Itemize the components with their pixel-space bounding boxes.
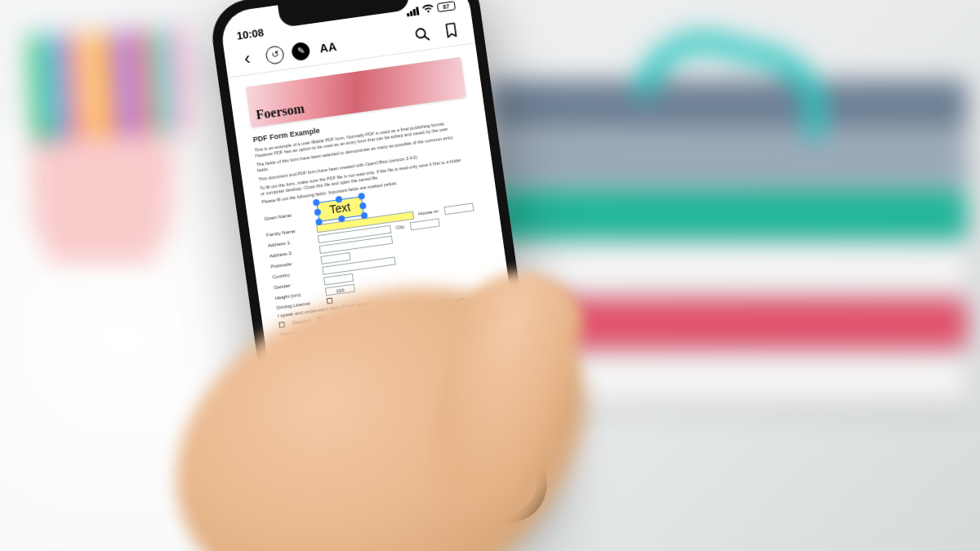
- markup-pen-button[interactable]: ✎: [291, 41, 311, 61]
- checkbox-english[interactable]: [318, 316, 325, 322]
- search-button[interactable]: [410, 22, 434, 46]
- checkbox-deutsch[interactable]: [278, 322, 285, 328]
- undo-button[interactable]: ↺: [265, 44, 285, 64]
- color-swatch-blue[interactable]: [356, 489, 376, 509]
- checkbox-esperanto[interactable]: [397, 305, 403, 312]
- selected-text-object[interactable]: Text: [316, 197, 363, 222]
- checkbox-latin[interactable]: [440, 299, 447, 305]
- pdf-document-view[interactable]: Foersom PDF Form Example This is an exam…: [228, 43, 533, 491]
- text-size-button[interactable]: AA: [316, 35, 340, 59]
- label-latin: Latin: [454, 296, 466, 304]
- back-button[interactable]: ‹: [235, 47, 259, 70]
- wifi-icon: [421, 2, 435, 16]
- resize-handle[interactable]: [360, 211, 368, 219]
- signature-annotation[interactable]: Marley Parły: [401, 372, 507, 415]
- color-swatch-red[interactable]: [443, 477, 464, 497]
- checkbox-driving[interactable]: [327, 298, 333, 304]
- color-swatch-black[interactable]: [327, 493, 347, 513]
- brand-title: Foersom: [255, 100, 305, 123]
- label-city: City:: [395, 224, 406, 231]
- svg-line-1: [425, 36, 429, 40]
- color-swatch-green[interactable]: [385, 485, 406, 505]
- label-english: English: [332, 313, 350, 321]
- label-given-name: Given Name:: [264, 211, 310, 223]
- add-tool-button[interactable]: +: [506, 468, 526, 488]
- checkbox-francais[interactable]: [356, 311, 363, 318]
- text-style-button[interactable]: AA: [299, 502, 313, 513]
- label-esperanto: Esperanto: [410, 300, 433, 309]
- cellular-icon: [406, 7, 419, 16]
- battery-icon: 87: [437, 1, 456, 12]
- bookmark-button[interactable]: [439, 18, 463, 42]
- pdf-form: Given Name: Text: [263, 180, 498, 353]
- label-francais: Français: [370, 307, 390, 316]
- color-picker-button[interactable]: [473, 473, 493, 493]
- color-swatch-yellow[interactable]: [414, 481, 434, 501]
- resize-handle[interactable]: [359, 202, 367, 210]
- label-deutsch: Deutsch: [292, 318, 311, 326]
- label-house-nr: House nr:: [418, 208, 440, 217]
